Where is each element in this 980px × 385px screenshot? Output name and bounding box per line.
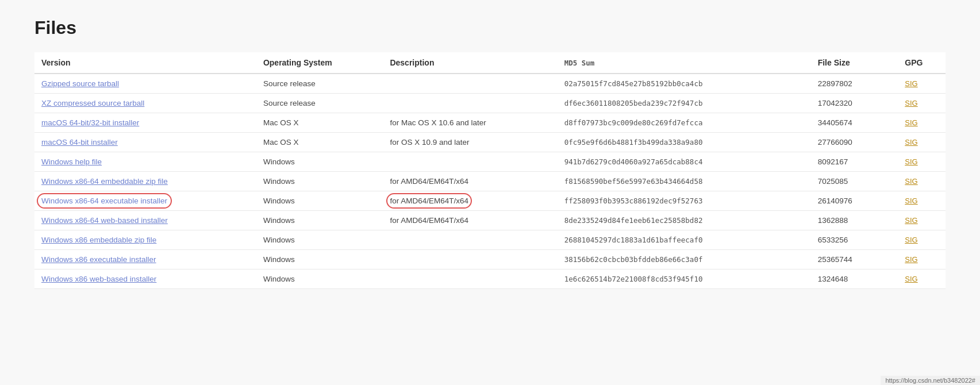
description-cell (383, 94, 557, 113)
filesize-cell: 6533256 (811, 230, 898, 250)
description-cell: for AMD64/EM64T/x64 (383, 191, 557, 211)
table-header-row: Version Operating System Description MD5… (34, 52, 946, 74)
description-cell: for Mac OS X 10.6 and later (383, 113, 557, 133)
filesize-cell: 8092167 (811, 152, 898, 172)
os-cell: Windows (256, 191, 383, 211)
sig-link[interactable]: SIG (905, 275, 917, 283)
md5-cell: ff258093f0b3953c886192dec9f52763 (558, 191, 811, 211)
filesize-cell: 1362888 (811, 211, 898, 230)
version-link[interactable]: Windows x86 web-based installer (41, 275, 156, 283)
filesize-cell: 25365744 (811, 250, 898, 270)
os-cell: Source release (256, 74, 383, 94)
description-cell (383, 152, 557, 172)
version-link[interactable]: macOS 64-bit installer (41, 138, 118, 147)
filesize-cell: 1324648 (811, 270, 898, 289)
filesize-cell: 27766090 (811, 133, 898, 152)
table-row: Windows x86 executable installerWindows3… (34, 250, 946, 270)
filesize-cell: 34405674 (811, 113, 898, 133)
description-cell: for AMD64/EM64T/x64 (383, 211, 557, 230)
description-cell: for AMD64/EM64T/x64 (383, 172, 557, 191)
sig-link[interactable]: SIG (905, 118, 917, 127)
os-cell: Windows (256, 172, 383, 191)
header-md5: MD5 Sum (558, 52, 811, 74)
filesize-cell: 22897802 (811, 74, 898, 94)
table-row: Windows x86 web-based installerWindows1e… (34, 270, 946, 289)
table-row: Windows x86-64 web-based installerWindow… (34, 211, 946, 230)
os-cell: Windows (256, 270, 383, 289)
sig-link[interactable]: SIG (905, 255, 917, 264)
md5-cell: 1e6c626514b72e21008f8cd53f945f10 (558, 270, 811, 289)
md5-cell: df6ec36011808205beda239c72f947cb (558, 94, 811, 113)
version-link[interactable]: Windows x86-64 executable installer (41, 197, 167, 205)
table-row: XZ compressed source tarballSource relea… (34, 94, 946, 113)
description-cell: for OS X 10.9 and later (383, 133, 557, 152)
version-link[interactable]: XZ compressed source tarball (41, 99, 144, 107)
os-cell: Source release (256, 94, 383, 113)
os-cell: Windows (256, 250, 383, 270)
sig-link[interactable]: SIG (905, 216, 917, 225)
sig-link[interactable]: SIG (905, 236, 917, 244)
os-cell: Windows (256, 211, 383, 230)
table-row: Windows x86-64 embeddable zip fileWindow… (34, 172, 946, 191)
version-link[interactable]: macOS 64-bit/32-bit installer (41, 118, 139, 127)
md5-cell: 0fc95e9f6d6b4881f3b499da338a9a80 (558, 133, 811, 152)
page-title: Files (34, 17, 946, 38)
table-row: Windows x86 embeddable zip fileWindows26… (34, 230, 946, 250)
header-os: Operating System (256, 52, 383, 74)
filesize-cell: 17042320 (811, 94, 898, 113)
md5-cell: 38156b62c0cbcb03bfddeb86e66c3a0f (558, 250, 811, 270)
sig-link[interactable]: SIG (905, 99, 917, 107)
table-row: macOS 64-bit installerMac OS Xfor OS X 1… (34, 133, 946, 152)
version-link[interactable]: Windows x86 embeddable zip file (41, 236, 156, 244)
header-description: Description (383, 52, 557, 74)
sig-link[interactable]: SIG (905, 79, 917, 88)
table-row: Windows x86-64 executable installerWindo… (34, 191, 946, 211)
header-version: Version (34, 52, 256, 74)
sig-link[interactable]: SIG (905, 177, 917, 186)
sig-link[interactable]: SIG (905, 157, 917, 166)
version-link[interactable]: Windows x86-64 embeddable zip file (41, 177, 168, 186)
description-cell (383, 270, 557, 289)
files-table: Version Operating System Description MD5… (34, 52, 946, 289)
md5-cell: d8ff07973bc9c009de80c269fd7efcca (558, 113, 811, 133)
header-gpg: GPG (898, 52, 946, 74)
description-cell (383, 230, 557, 250)
version-link[interactable]: Gzipped source tarball (41, 79, 119, 88)
os-cell: Windows (256, 230, 383, 250)
sig-link[interactable]: SIG (905, 138, 917, 147)
os-cell: Mac OS X (256, 113, 383, 133)
version-link[interactable]: Windows x86 executable installer (41, 255, 156, 264)
version-link[interactable]: Windows help file (41, 157, 102, 166)
md5-cell: 26881045297dc1883a1d61baffeecaf0 (558, 230, 811, 250)
table-row: macOS 64-bit/32-bit installerMac OS Xfor… (34, 113, 946, 133)
os-cell: Mac OS X (256, 133, 383, 152)
description-cell (383, 74, 557, 94)
description-cell (383, 250, 557, 270)
md5-cell: 941b7d6279c0d4060a927a65dcab88c4 (558, 152, 811, 172)
md5-cell: 02a75015f7cd845e27b85192bb0ca4cb (558, 74, 811, 94)
table-row: Windows help fileWindows941b7d6279c0d406… (34, 152, 946, 172)
md5-cell: f81568590bef56e5997e63b434664d58 (558, 172, 811, 191)
sig-link[interactable]: SIG (905, 197, 917, 205)
md5-cell: 8de2335249d84fe1eeb61ec25858bd82 (558, 211, 811, 230)
version-link[interactable]: Windows x86-64 web-based installer (41, 216, 168, 225)
header-filesize: File Size (811, 52, 898, 74)
filesize-cell: 7025085 (811, 172, 898, 191)
os-cell: Windows (256, 152, 383, 172)
filesize-cell: 26140976 (811, 191, 898, 211)
table-row: Gzipped source tarballSource release02a7… (34, 74, 946, 94)
